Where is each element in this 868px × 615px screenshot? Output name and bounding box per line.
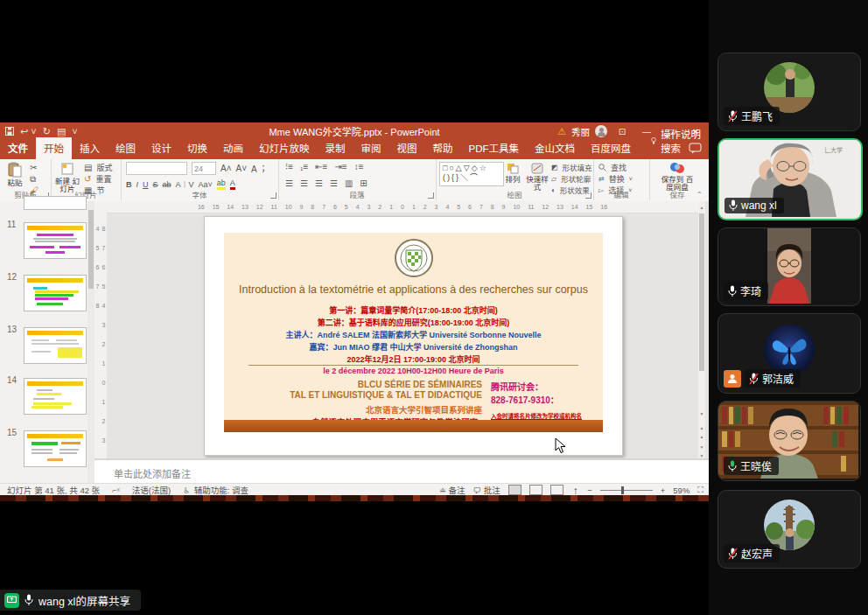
- tab-slideshow[interactable]: 幻灯片放映: [251, 137, 318, 159]
- copy-button[interactable]: ⧉: [30, 174, 36, 185]
- slide-sorter-view-icon[interactable]: [529, 485, 542, 495]
- warning-icon[interactable]: ⚠: [557, 126, 566, 137]
- shape-fill-button[interactable]: ◩形状填充: [551, 162, 592, 172]
- accessibility-status[interactable]: 辅助功能: 调查: [194, 484, 248, 496]
- tab-baidu-pan[interactable]: 百度网盘: [583, 137, 639, 159]
- comments-toggle[interactable]: 🗩 批注: [473, 484, 500, 496]
- tab-review[interactable]: 审阅: [354, 137, 389, 159]
- touch-mode-icon[interactable]: ▤: [57, 126, 66, 137]
- tab-file[interactable]: 文件: [0, 137, 36, 159]
- slide-canvas[interactable]: 16 15 14 13 12 11 10 9 8 7 6 5 4 3 2 1 0…: [107, 201, 698, 458]
- paste-button[interactable]: 粘贴: [4, 162, 26, 187]
- zoom-slider[interactable]: [600, 490, 653, 491]
- change-case-icon[interactable]: Aa˅: [199, 180, 213, 189]
- reading-view-icon[interactable]: [550, 485, 564, 495]
- font-size-combobox[interactable]: 24: [192, 162, 216, 175]
- participant-tile[interactable]: 李琦: [718, 227, 861, 306]
- save-to-baidu-pan-button[interactable]: 保存到 百度网盘: [658, 162, 696, 192]
- slide-thumbnail-13[interactable]: [24, 327, 87, 364]
- abc-strike-icon[interactable]: ab: [163, 180, 172, 189]
- tab-kingsoft-docs[interactable]: 金山文档: [527, 137, 583, 159]
- align-center-icon[interactable]: ☰: [300, 178, 308, 188]
- slide-thumbnail-panel[interactable]: 11 12 13 14: [0, 201, 95, 483]
- font-dialog-launcher[interactable]: [270, 192, 276, 199]
- justify-icon[interactable]: ☰: [330, 178, 338, 188]
- bold-button[interactable]: B: [126, 180, 132, 189]
- find-button[interactable]: 查找: [598, 162, 626, 173]
- collapse-ribbon-icon[interactable]: ⌃: [696, 191, 703, 199]
- participant-tile[interactable]: ⻌大学 wang xl: [718, 138, 863, 220]
- shape-gallery[interactable]: □○△▽◇☆(){}＼⌒: [439, 162, 504, 186]
- participant-tile[interactable]: 赵宏声: [718, 490, 861, 569]
- screen-share-banner[interactable]: wang xl的屏幕共享: [0, 590, 141, 611]
- account-name[interactable]: 秀丽: [571, 125, 590, 138]
- undo-icon[interactable]: ↩ ˅: [20, 126, 37, 137]
- thumbnail-scrollbar[interactable]: [88, 201, 94, 483]
- slideshow-view-icon[interactable]: 𝥦: [571, 486, 580, 495]
- tab-home[interactable]: 开始: [36, 137, 72, 159]
- tab-help[interactable]: 帮助: [425, 137, 461, 159]
- tab-design[interactable]: 设计: [144, 137, 179, 159]
- scroll-down-icon[interactable]: ▼: [698, 409, 705, 418]
- bullets-icon[interactable]: ⁝≡: [285, 162, 293, 171]
- spellcheck-icon[interactable]: ⌐ˣ: [112, 486, 120, 495]
- grow-font-icon[interactable]: A˄: [220, 164, 232, 173]
- replace-button[interactable]: ⇄替换˅: [598, 173, 633, 185]
- previous-slide-icon[interactable]: ▲▲: [698, 423, 705, 441]
- zoom-out-icon[interactable]: −: [587, 486, 592, 495]
- tab-animations[interactable]: 动画: [215, 137, 251, 159]
- reset-button[interactable]: ↺重置: [84, 173, 111, 185]
- qat-dropdown-icon[interactable]: ˅: [72, 126, 77, 136]
- columns-icon[interactable]: ▥: [345, 178, 353, 188]
- redo-icon[interactable]: ↻: [43, 126, 51, 137]
- zoom-in-icon[interactable]: +: [661, 486, 666, 495]
- language-status[interactable]: 法语(法国): [132, 484, 171, 496]
- drawing-dialog-launcher[interactable]: [585, 192, 592, 199]
- next-slide-icon[interactable]: ▼▼: [698, 443, 705, 460]
- participant-tile[interactable]: 王鹏飞: [718, 52, 861, 131]
- increase-indent-icon[interactable]: ⇥≡: [334, 162, 346, 171]
- comments-bubble-icon[interactable]: [689, 143, 702, 154]
- italic-button[interactable]: I: [136, 180, 139, 189]
- current-slide[interactable]: Introduction à la textométrie et applica…: [204, 216, 623, 456]
- tab-transitions[interactable]: 切换: [179, 137, 215, 159]
- paragraph-dialog-launcher[interactable]: [428, 192, 434, 199]
- cut-button[interactable]: ✂: [30, 163, 37, 172]
- fit-to-window-icon[interactable]: ⛶: [697, 485, 704, 495]
- canvas-scrollbar[interactable]: ▲ ▼ ▲▲ ▼▼: [698, 201, 705, 458]
- shape-outline-button[interactable]: ▱形状轮廓: [551, 173, 591, 184]
- slide-thumbnail-12[interactable]: [24, 275, 87, 311]
- text-direction-icon[interactable]: ⊞: [360, 178, 367, 188]
- tab-insert[interactable]: 插入: [72, 137, 108, 159]
- scroll-up-icon[interactable]: ▲: [698, 203, 705, 212]
- slide-counter[interactable]: 幻灯片 第 41 张, 共 42 张: [7, 484, 100, 496]
- quick-styles-button[interactable]: 快速样式: [525, 163, 550, 192]
- account-avatar[interactable]: [595, 125, 607, 137]
- line-spacing-icon[interactable]: ↕≡: [354, 162, 364, 171]
- decrease-indent-icon[interactable]: ⇤≡: [315, 162, 327, 171]
- slide-thumbnail-14[interactable]: [24, 378, 87, 415]
- save-icon[interactable]: [5, 127, 14, 136]
- shrink-font-icon[interactable]: A˅: [236, 164, 248, 173]
- normal-view-icon[interactable]: [508, 485, 522, 495]
- notes-pane[interactable]: 单击此处添加备注: [94, 458, 709, 485]
- clear-format-icon[interactable]: A︔: [251, 162, 266, 175]
- numbering-icon[interactable]: ₁≡: [300, 162, 308, 171]
- slide-thumbnail-partial[interactable]: [24, 196, 87, 210]
- notes-toggle[interactable]: ≐ 备注: [439, 484, 466, 496]
- participant-tile[interactable]: 郭洁威: [718, 313, 861, 394]
- zoom-level[interactable]: 59%: [673, 486, 690, 495]
- underline-button[interactable]: U: [143, 180, 149, 189]
- arrange-button[interactable]: 排列: [502, 163, 523, 184]
- tab-pdf-tools[interactable]: PDF工具集: [461, 137, 528, 159]
- align-right-icon[interactable]: ☰: [315, 178, 323, 188]
- tab-draw[interactable]: 绘图: [108, 137, 144, 159]
- notes-placeholder[interactable]: 单击此处添加备注: [114, 466, 191, 480]
- align-left-icon[interactable]: ☰: [285, 178, 293, 188]
- participant-tile[interactable]: 王晓俟: [718, 401, 861, 481]
- slide-thumbnail-11[interactable]: [24, 222, 87, 259]
- slide-thumbnail-15[interactable]: [24, 430, 87, 467]
- layout-button[interactable]: ▤版式: [84, 162, 112, 173]
- strikethrough-button[interactable]: S: [153, 180, 158, 189]
- tab-record[interactable]: 录制: [318, 137, 354, 159]
